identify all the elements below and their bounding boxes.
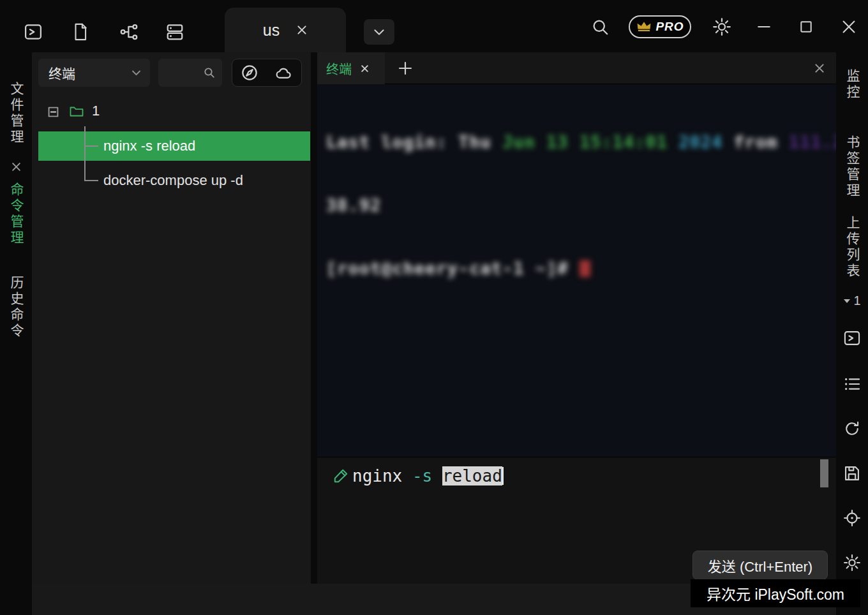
tree-connector-stub	[84, 180, 98, 181]
chevron-down-icon	[131, 70, 141, 76]
new-terminal-icon	[24, 22, 43, 41]
minimize-icon	[757, 20, 771, 34]
new-terminal-tab-button[interactable]	[398, 61, 413, 76]
command-panel: 终端 1	[32, 52, 311, 584]
close-button[interactable]	[836, 14, 862, 40]
text-caret	[502, 467, 504, 485]
command-search-box	[158, 59, 222, 87]
rail-item-history-commands[interactable]: 历史命令	[0, 276, 32, 339]
command-flag: -s	[412, 466, 442, 485]
terminal-cursor	[580, 260, 590, 277]
send-button-label: 发送 (Ctrl+Enter)	[708, 555, 812, 575]
settings-button[interactable]	[709, 14, 735, 40]
tree-group-label: 1	[92, 103, 100, 119]
server-list-icon	[165, 22, 184, 41]
pro-badge-label: PRO	[655, 20, 684, 34]
send-button[interactable]: 发送 (Ctrl+Enter)	[692, 551, 828, 580]
uploads-label: 上传列表	[842, 216, 862, 279]
terminal-area: 终端 Last login: Thu Jun 13 15:14:01 2024 …	[317, 52, 836, 584]
new-terminal-button[interactable]	[20, 19, 46, 45]
collapse-box-icon[interactable]	[48, 107, 59, 117]
folder-icon	[69, 105, 84, 117]
session-tab-label: us	[263, 21, 280, 40]
close-icon	[841, 19, 857, 34]
chevron-down-icon	[373, 29, 385, 36]
tree-item-label: nginx -s reload	[103, 138, 195, 154]
terminal-tabbar: 终端	[317, 52, 836, 84]
task-list-button[interactable]	[841, 373, 864, 396]
pen-icon	[333, 468, 349, 484]
chevron-down-icon	[843, 299, 851, 304]
server-list-button[interactable]	[162, 19, 188, 45]
history-commands-label: 历史命令	[6, 276, 26, 339]
panel-close-button[interactable]	[0, 162, 32, 172]
maximize-button[interactable]	[793, 14, 819, 40]
rail-item-file-manager[interactable]: 文件管理	[0, 82, 32, 145]
terminal-line: Last login: Thu Jun 13 15:14:01 2024 fro…	[326, 131, 831, 152]
rail-item-monitor[interactable]: 监控	[836, 69, 868, 101]
tree-connector-vertical	[84, 126, 86, 181]
terminal-panel-button[interactable]	[841, 327, 864, 350]
new-file-icon	[71, 22, 89, 41]
terminal-tab[interactable]: 终端	[317, 52, 385, 84]
app-window: us PRO	[0, 0, 868, 615]
save-icon	[843, 464, 861, 482]
command-composer: nginx -s reload 发送 (Ctrl+Enter)	[317, 457, 836, 584]
list-icon	[843, 375, 861, 393]
panel-close-icon[interactable]	[814, 63, 825, 74]
command-text: nginx	[352, 466, 412, 485]
titlebar: us PRO	[0, 0, 868, 52]
composer-scrollbar[interactable]	[820, 459, 828, 487]
refresh-icon	[843, 420, 861, 438]
gear-icon	[712, 17, 731, 36]
terminal-screen[interactable]: Last login: Thu Jun 13 15:14:01 2024 fro…	[317, 84, 836, 457]
minimize-button[interactable]	[751, 14, 777, 40]
terminal-line: 38.92	[326, 195, 831, 216]
tree-item-label: docker-compose up -d	[103, 172, 243, 189]
hierarchy-icon	[119, 22, 138, 41]
panel-settings-button[interactable]	[841, 551, 864, 574]
left-rail: 文件管理 命令管理 历史命令	[0, 52, 32, 615]
tree-item-docker-compose[interactable]: docker-compose up -d	[32, 166, 311, 195]
command-search-input[interactable]	[165, 66, 198, 80]
search-icon	[590, 17, 610, 36]
search-button[interactable]	[587, 14, 613, 40]
session-dropdown-button[interactable]	[364, 19, 394, 45]
watermark: 异次元 iPlaySoft.com	[691, 579, 860, 607]
session-count: 1	[853, 293, 860, 308]
gear-icon	[843, 554, 861, 572]
save-button[interactable]	[841, 462, 864, 485]
right-rail: 监控 书签管理 上传列表 1	[836, 52, 868, 615]
new-file-button[interactable]	[68, 19, 93, 45]
composer-input[interactable]: nginx -s reload	[352, 466, 504, 485]
rail-item-bookmarks[interactable]: 书签管理	[836, 135, 868, 199]
rail-item-uploads[interactable]: 上传列表	[836, 216, 868, 279]
locate-button[interactable]	[841, 507, 864, 530]
terminal-output: Last login: Thu Jun 13 15:14:01 2024 fro…	[326, 89, 831, 321]
close-icon	[11, 162, 21, 172]
local-compass-toggle[interactable]	[240, 63, 259, 82]
tree-item-nginx-reload[interactable]: nginx -s reload	[38, 131, 310, 161]
type-filter-dropdown[interactable]: 终端	[38, 59, 150, 87]
terminal-tab-close-icon[interactable]	[361, 64, 369, 73]
pro-badge[interactable]: PRO	[629, 15, 691, 38]
refresh-button[interactable]	[841, 417, 864, 440]
crosshair-icon	[843, 509, 861, 527]
tree-connector-stub	[84, 145, 98, 147]
command-manager-label: 命令管理	[6, 182, 26, 246]
tree-group-row[interactable]: 1	[32, 97, 311, 126]
source-toggle	[232, 59, 302, 87]
session-tab-close-icon[interactable]	[296, 24, 308, 36]
terminal-tab-label: 终端	[326, 59, 352, 78]
search-icon[interactable]	[203, 66, 216, 79]
command-selected-text: reload	[442, 466, 502, 485]
hierarchy-button[interactable]	[116, 19, 142, 45]
maximize-icon	[799, 20, 813, 34]
cloud-toggle[interactable]	[274, 65, 294, 80]
terminal-box-icon	[843, 329, 861, 347]
bookmarks-label: 书签管理	[842, 135, 862, 199]
session-tab-us[interactable]: us	[225, 8, 346, 52]
rail-item-command-manager[interactable]: 命令管理	[0, 182, 32, 246]
session-count-badge[interactable]: 1	[836, 293, 868, 308]
type-filter-value: 终端	[49, 63, 75, 82]
